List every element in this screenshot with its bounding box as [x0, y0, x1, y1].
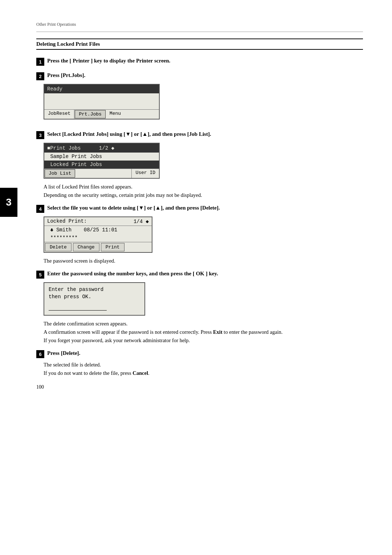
lcd-screen1-buttons: JobReset Prt.Jobs Menu: [44, 109, 159, 119]
lcd-btn-menu: Menu: [106, 110, 124, 119]
lcd-screen3-header: Locked Print: 1/4 ◆: [44, 217, 152, 226]
chapter-tab: 3: [0, 188, 17, 217]
section-title: Deleting Locked Print Files: [36, 41, 100, 47]
step-5-text: Enter the password using the number keys…: [47, 271, 363, 277]
lcd-btn-userid: User ID: [132, 169, 159, 178]
lcd-screen3-buttons: Delete Change Print: [44, 242, 152, 252]
lcd-screen-1: Ready JobReset Prt.Jobs Menu: [44, 84, 160, 119]
lcd-screen-3: Locked Print: 1/4 ◆ ♣ Smith 08/25 11:01 …: [44, 216, 152, 253]
step-2-num: 2: [36, 72, 44, 80]
step-2-text: Press [Prt.Jobs].: [47, 72, 363, 78]
lp-btn-print: Print: [101, 243, 124, 251]
note-delete-confirm: The delete confirmation screen appears.: [44, 321, 363, 327]
header-section: Other Print Operations: [36, 22, 363, 32]
lp-header-page: 1/4 ◆: [134, 218, 149, 224]
step-6-heading: 6 Press [Delete].: [36, 350, 363, 358]
note-list-appears: A list of Locked Print files stored appe…: [44, 184, 363, 190]
lcd-screen2-row1: Sample Print Jobs: [44, 153, 159, 161]
page-container: 3 Other Print Operations Deleting Locked…: [0, 0, 392, 405]
step-2-heading: 2 Press [Prt.Jobs].: [36, 72, 363, 80]
step-1-heading: 1 Press the [ Printer ] key to display t…: [36, 58, 363, 66]
password-input-field: [49, 305, 107, 311]
note-cancel: If you do not want to delete the file, p…: [44, 370, 363, 376]
step-2-block: 2 Press [Prt.Jobs]. Ready JobReset Prt.J…: [36, 72, 363, 125]
breadcrumb: Other Print Operations: [36, 22, 363, 27]
step-5-heading: 5 Enter the password using the number ke…: [36, 271, 363, 279]
lcd-btn-prtjobs: Prt.Jobs: [75, 110, 105, 118]
page-number: 100: [36, 384, 44, 390]
chapter-number: 3: [6, 197, 12, 208]
password-line2: then press OK.: [49, 294, 140, 300]
note-selected-deleted: The selected file is deleted.: [44, 362, 363, 368]
step-6-num: 6: [36, 350, 44, 358]
note-security: Depending on the security settings, cert…: [44, 192, 363, 198]
step-3-text: Select [Locked Print Jobs] using [▼] or …: [47, 131, 363, 137]
lcd-screen2-header: ■Print Jobs 1/2 ◆: [44, 143, 159, 153]
lcd-screen1-row1: [44, 93, 159, 101]
note-forget-password: If you forget your password, ask your ne…: [44, 337, 363, 344]
step-6-block: 6 Press [Delete]. The selected file is d…: [36, 350, 363, 376]
password-line1: Enter the password: [49, 287, 140, 292]
step-3-num: 3: [36, 131, 44, 139]
step-1-block: 1 Press the [ Printer ] key to display t…: [36, 58, 363, 66]
step-4-heading: 4 Select the file you want to delete usi…: [36, 205, 363, 213]
lcd-screen1-header: Ready: [44, 85, 159, 93]
lcd-screen3-row1: ♣ Smith 08/25 11:01: [44, 226, 152, 234]
password-screen: Enter the password then press OK.: [44, 282, 145, 316]
step-4-text: Select the file you want to delete using…: [47, 205, 363, 211]
step-5-block: 5 Enter the password using the number ke…: [36, 271, 363, 344]
lcd-screen-2: ■Print Jobs 1/2 ◆ Sample Print Jobs Lock…: [44, 143, 160, 179]
lcd-screen2-row2: Locked Print Jobs: [44, 161, 159, 169]
step-1-text: Press the [ Printer ] key to display the…: [47, 58, 363, 64]
step-5-num: 5: [36, 271, 44, 279]
step-4-block: 4 Select the file you want to delete usi…: [36, 205, 363, 264]
lcd-btn-joblist: Job List: [45, 169, 75, 178]
step-1-num: 1: [36, 58, 44, 66]
lcd-screen2-buttons: Job List User ID: [44, 169, 159, 178]
step-4-num: 4: [36, 205, 44, 213]
lp-btn-change: Change: [73, 243, 99, 251]
step-6-text: Press [Delete].: [47, 350, 363, 356]
lp-header-title: Locked Print:: [47, 218, 87, 224]
section-title-bar: Deleting Locked Print Files: [36, 39, 363, 50]
note-wrong-password: A confirmation screen will appear if the…: [44, 329, 363, 335]
note-password-displayed: The password screen is displayed.: [44, 258, 363, 264]
lp-btn-delete: Delete: [45, 243, 72, 251]
lcd-screen1-row2: [44, 101, 159, 109]
lcd-btn-spacer: [75, 169, 132, 178]
lcd-btn-jobreset: JobReset: [44, 110, 74, 119]
lcd-screen3-row2: *********: [44, 234, 152, 242]
step-3-block: 3 Select [Locked Print Jobs] using [▼] o…: [36, 131, 363, 198]
step-3-heading: 3 Select [Locked Print Jobs] using [▼] o…: [36, 131, 363, 139]
